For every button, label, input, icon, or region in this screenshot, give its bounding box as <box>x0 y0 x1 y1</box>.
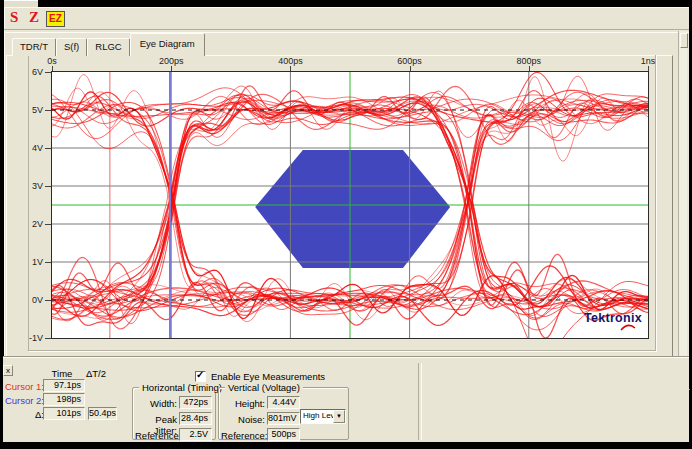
panel-divider <box>418 363 422 440</box>
y-tick-label: 0V <box>16 295 43 305</box>
x-tick-label: 0s <box>27 56 77 66</box>
peak-jitter-field[interactable]: 28.4ps <box>179 412 212 425</box>
v-reference-label: Reference: <box>221 430 265 441</box>
v-reference-field[interactable]: 500ps <box>267 428 300 441</box>
tab-bar: TDR/TS(f)RLGCEye Diagram <box>12 33 205 55</box>
delta-half-field[interactable]: 50.4ps <box>88 407 117 420</box>
h-reference-field[interactable]: 2.5V <box>179 428 212 441</box>
y-tick-label: 5V <box>16 105 43 115</box>
height-field[interactable]: 4.44V <box>267 396 300 409</box>
vertical-voltage-title: Vertical (Voltage) <box>225 382 303 393</box>
enable-eye-measurements-checkbox[interactable]: ✓ <box>195 371 206 382</box>
tab-rlgc[interactable]: RLGC <box>87 38 129 56</box>
y-tick-label: 6V <box>16 67 43 77</box>
delta-t-half-column-header: ΔT/2 <box>81 368 111 379</box>
cursor2-time-field[interactable]: 198ps <box>43 393 85 406</box>
y-tick-label: 3V <box>16 181 43 191</box>
delta-label: Δ: <box>4 409 44 420</box>
tab-eye-diagram[interactable]: Eye Diagram <box>130 33 205 56</box>
vertical-voltage-group: Vertical (Voltage) Height: 4.44V Noise: … <box>218 387 349 440</box>
s-tool-icon[interactable]: S <box>10 9 18 26</box>
mask-hexagon <box>255 150 450 268</box>
x-tick-label: 200ps <box>146 56 196 66</box>
y-tick-mark <box>45 300 52 301</box>
width-field[interactable]: 472ps <box>179 396 212 409</box>
noise-field[interactable]: 801mV <box>267 412 300 425</box>
noise-label: Noise: <box>221 414 265 425</box>
y-tick-label: -1V <box>16 333 43 343</box>
tektronix-logo: Tektronix <box>584 313 642 332</box>
x-tick-label: 1ns <box>623 56 673 66</box>
y-tick-label: 1V <box>16 257 43 267</box>
cursor1-label: Cursor 1: <box>4 381 44 392</box>
x-tick-label: 800ps <box>504 56 554 66</box>
tab-tdr-t[interactable]: TDR/T <box>12 38 56 56</box>
panel-close-button[interactable]: x <box>3 365 13 376</box>
ez-tool-icon[interactable]: EZ <box>46 11 65 27</box>
measurements-panel: x Time ΔT/2 Cursor 1: 97.1ps Cursor 2: 1… <box>3 356 689 442</box>
application-window: S Z EZ TDR/TS(f)RLGCEye Diagram 0s200ps4… <box>0 0 692 449</box>
cursor2-label: Cursor 2: <box>4 395 44 406</box>
y-tick-label: 2V <box>16 219 43 229</box>
x-tick-label: 400ps <box>265 56 315 66</box>
delta-time-field[interactable]: 101ps <box>43 407 85 420</box>
y-tick-mark <box>45 72 52 73</box>
vertical-scrollbar[interactable] <box>678 31 687 385</box>
horizontal-timing-group: Horizontal (Timing) Width: 472ps Peak Ji… <box>132 387 216 440</box>
tab-s-f-[interactable]: S(f) <box>56 38 87 56</box>
tektronix-logo-text: Tektronix <box>584 311 642 325</box>
h-reference-label: Reference: <box>135 430 177 441</box>
width-label: Width: <box>135 398 177 409</box>
dropdown-button[interactable]: ▼ <box>333 410 345 423</box>
time-column-header: Time <box>47 368 77 379</box>
y-tick-mark <box>45 110 52 111</box>
eye-diagram-canvas[interactable] <box>52 72 648 338</box>
y-tick-mark <box>45 186 52 187</box>
y-tick-mark <box>45 262 52 263</box>
scrollbar-thumb[interactable] <box>680 33 688 48</box>
y-tick-label: 4V <box>16 143 43 153</box>
x-tick-label: 600ps <box>385 56 435 66</box>
chevron-down-icon: ▼ <box>334 411 344 422</box>
eye-diagram-plot[interactable]: Tektronix <box>52 72 648 338</box>
enable-eye-measurements-label: Enable Eye Measurements <box>211 371 325 382</box>
height-label: Height: <box>221 398 265 409</box>
z-tool-icon[interactable]: Z <box>29 9 39 26</box>
y-tick-mark <box>45 338 52 339</box>
checkmark-icon: ✓ <box>196 369 204 380</box>
y-tick-mark <box>45 148 52 149</box>
horizontal-timing-title: Horizontal (Timing) <box>139 382 225 393</box>
cursor1-time-field[interactable]: 97.1ps <box>43 379 85 392</box>
y-tick-mark <box>45 224 52 225</box>
x-tick-mark <box>648 66 649 72</box>
noise-level-select[interactable]: High Level ▼ <box>300 409 346 424</box>
